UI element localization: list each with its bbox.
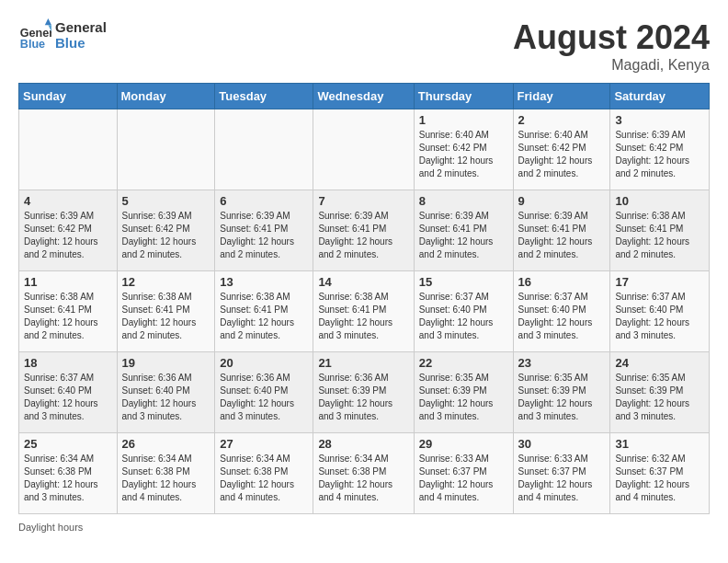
logo: General Blue General Blue [18,18,107,52]
calendar-cell: 14Sunrise: 6:38 AM Sunset: 6:41 PM Dayli… [313,271,414,352]
day-info: Sunrise: 6:39 AM Sunset: 6:41 PM Dayligh… [518,210,606,261]
calendar-header-row: SundayMondayTuesdayWednesdayThursdayFrid… [19,84,710,109]
calendar-cell: 12Sunrise: 6:38 AM Sunset: 6:41 PM Dayli… [117,271,215,352]
page-header: General Blue General Blue August 2024 Ma… [18,18,710,74]
day-info: Sunrise: 6:35 AM Sunset: 6:39 PM Dayligh… [419,372,508,423]
calendar-cell: 31Sunrise: 6:32 AM Sunset: 6:37 PM Dayli… [610,433,710,514]
day-info: Sunrise: 6:37 AM Sunset: 6:40 PM Dayligh… [24,372,112,423]
day-number: 15 [419,275,508,289]
calendar-cell: 15Sunrise: 6:37 AM Sunset: 6:40 PM Dayli… [414,271,513,352]
calendar-cell: 18Sunrise: 6:37 AM Sunset: 6:40 PM Dayli… [19,352,118,433]
footer: Daylight hours [18,522,710,533]
day-number: 10 [615,194,704,208]
day-info: Sunrise: 6:38 AM Sunset: 6:41 PM Dayligh… [318,291,408,342]
day-info: Sunrise: 6:33 AM Sunset: 6:37 PM Dayligh… [518,453,606,504]
calendar-cell [117,109,215,190]
day-number: 29 [419,437,508,451]
day-number: 27 [220,437,308,451]
calendar-week-row: 18Sunrise: 6:37 AM Sunset: 6:40 PM Dayli… [19,352,710,433]
calendar-cell: 11Sunrise: 6:38 AM Sunset: 6:41 PM Dayli… [19,271,118,352]
day-info: Sunrise: 6:38 AM Sunset: 6:41 PM Dayligh… [24,291,112,342]
day-of-week-header: Friday [513,84,610,109]
calendar-cell: 20Sunrise: 6:36 AM Sunset: 6:40 PM Dayli… [215,352,313,433]
month-title: August 2024 [513,18,710,57]
logo-general: General [55,19,107,35]
calendar-cell: 19Sunrise: 6:36 AM Sunset: 6:40 PM Dayli… [117,352,215,433]
daylight-label: Daylight hours [18,522,83,533]
day-number: 11 [24,275,112,289]
day-of-week-header: Wednesday [313,84,414,109]
day-info: Sunrise: 6:35 AM Sunset: 6:39 PM Dayligh… [518,372,606,423]
day-info: Sunrise: 6:39 AM Sunset: 6:41 PM Dayligh… [419,210,508,261]
calendar-cell [19,109,118,190]
day-info: Sunrise: 6:40 AM Sunset: 6:42 PM Dayligh… [518,129,606,180]
calendar-cell: 30Sunrise: 6:33 AM Sunset: 6:37 PM Dayli… [513,433,610,514]
calendar-week-row: 1Sunrise: 6:40 AM Sunset: 6:42 PM Daylig… [19,109,710,190]
day-number: 9 [518,194,606,208]
day-number: 14 [318,275,408,289]
calendar-cell: 17Sunrise: 6:37 AM Sunset: 6:40 PM Dayli… [610,271,710,352]
day-of-week-header: Monday [117,84,215,109]
day-info: Sunrise: 6:39 AM Sunset: 6:41 PM Dayligh… [220,210,308,261]
day-number: 28 [318,437,408,451]
calendar-cell: 9Sunrise: 6:39 AM Sunset: 6:41 PM Daylig… [513,190,610,271]
day-number: 13 [220,275,308,289]
calendar-cell: 7Sunrise: 6:39 AM Sunset: 6:41 PM Daylig… [313,190,414,271]
day-of-week-header: Saturday [610,84,710,109]
day-info: Sunrise: 6:34 AM Sunset: 6:38 PM Dayligh… [24,453,112,504]
calendar-cell: 8Sunrise: 6:39 AM Sunset: 6:41 PM Daylig… [414,190,513,271]
logo-icon: General Blue [18,18,51,52]
day-info: Sunrise: 6:34 AM Sunset: 6:38 PM Dayligh… [122,453,210,504]
day-number: 22 [419,356,508,370]
day-info: Sunrise: 6:39 AM Sunset: 6:42 PM Dayligh… [24,210,112,261]
calendar-cell: 22Sunrise: 6:35 AM Sunset: 6:39 PM Dayli… [414,352,513,433]
calendar-cell: 23Sunrise: 6:35 AM Sunset: 6:39 PM Dayli… [513,352,610,433]
day-number: 26 [122,437,210,451]
calendar-cell: 28Sunrise: 6:34 AM Sunset: 6:38 PM Dayli… [313,433,414,514]
day-info: Sunrise: 6:36 AM Sunset: 6:40 PM Dayligh… [122,372,210,423]
day-number: 8 [419,194,508,208]
calendar-cell: 21Sunrise: 6:36 AM Sunset: 6:39 PM Dayli… [313,352,414,433]
day-info: Sunrise: 6:33 AM Sunset: 6:37 PM Dayligh… [419,453,508,504]
day-number: 23 [518,356,606,370]
day-info: Sunrise: 6:36 AM Sunset: 6:39 PM Dayligh… [318,372,408,423]
calendar-cell [215,109,313,190]
calendar-cell: 24Sunrise: 6:35 AM Sunset: 6:39 PM Dayli… [610,352,710,433]
svg-text:Blue: Blue [20,38,45,51]
location: Magadi, Kenya [513,57,710,74]
day-of-week-header: Tuesday [215,84,313,109]
day-info: Sunrise: 6:39 AM Sunset: 6:42 PM Dayligh… [615,129,704,180]
day-number: 1 [419,113,508,127]
day-info: Sunrise: 6:38 AM Sunset: 6:41 PM Dayligh… [122,291,210,342]
day-of-week-header: Sunday [19,84,118,109]
day-number: 4 [24,194,112,208]
calendar-week-row: 4Sunrise: 6:39 AM Sunset: 6:42 PM Daylig… [19,190,710,271]
day-number: 24 [615,356,704,370]
calendar-cell: 27Sunrise: 6:34 AM Sunset: 6:38 PM Dayli… [215,433,313,514]
day-number: 12 [122,275,210,289]
calendar-cell: 4Sunrise: 6:39 AM Sunset: 6:42 PM Daylig… [19,190,118,271]
day-info: Sunrise: 6:38 AM Sunset: 6:41 PM Dayligh… [220,291,308,342]
calendar-cell: 6Sunrise: 6:39 AM Sunset: 6:41 PM Daylig… [215,190,313,271]
day-info: Sunrise: 6:37 AM Sunset: 6:40 PM Dayligh… [615,291,704,342]
title-area: August 2024 Magadi, Kenya [513,18,710,74]
calendar-cell: 13Sunrise: 6:38 AM Sunset: 6:41 PM Dayli… [215,271,313,352]
logo-blue: Blue [55,35,107,51]
day-info: Sunrise: 6:40 AM Sunset: 6:42 PM Dayligh… [419,129,508,180]
calendar-cell: 16Sunrise: 6:37 AM Sunset: 6:40 PM Dayli… [513,271,610,352]
calendar-cell: 2Sunrise: 6:40 AM Sunset: 6:42 PM Daylig… [513,109,610,190]
day-info: Sunrise: 6:39 AM Sunset: 6:41 PM Dayligh… [318,210,408,261]
day-number: 6 [220,194,308,208]
calendar-cell: 29Sunrise: 6:33 AM Sunset: 6:37 PM Dayli… [414,433,513,514]
day-number: 2 [518,113,606,127]
day-number: 25 [24,437,112,451]
day-info: Sunrise: 6:38 AM Sunset: 6:41 PM Dayligh… [615,210,704,261]
day-info: Sunrise: 6:39 AM Sunset: 6:42 PM Dayligh… [122,210,210,261]
calendar-cell: 10Sunrise: 6:38 AM Sunset: 6:41 PM Dayli… [610,190,710,271]
day-number: 21 [318,356,408,370]
day-info: Sunrise: 6:36 AM Sunset: 6:40 PM Dayligh… [220,372,308,423]
day-info: Sunrise: 6:32 AM Sunset: 6:37 PM Dayligh… [615,453,704,504]
day-info: Sunrise: 6:37 AM Sunset: 6:40 PM Dayligh… [518,291,606,342]
day-number: 7 [318,194,408,208]
calendar-week-row: 11Sunrise: 6:38 AM Sunset: 6:41 PM Dayli… [19,271,710,352]
